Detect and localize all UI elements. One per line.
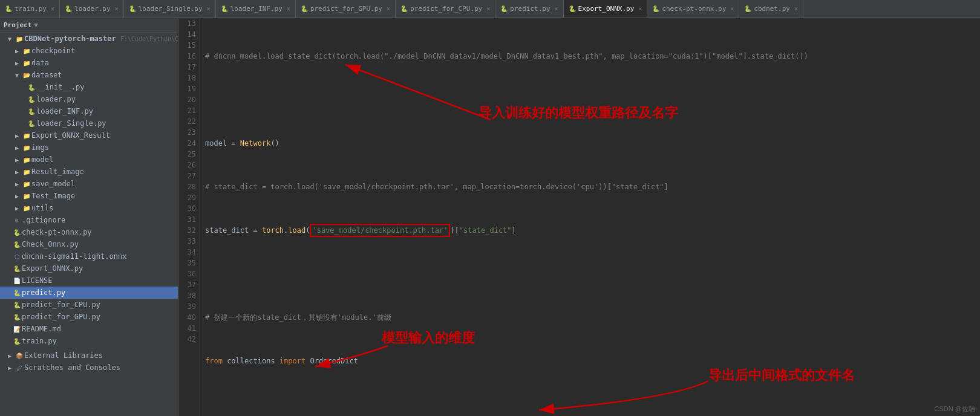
code-content[interactable]: # dncnn_model.load_state_dict(torch.load… bbox=[200, 18, 980, 416]
tab-train-py[interactable]: 🐍 train.py × bbox=[0, 0, 60, 18]
license-icon: 📄 bbox=[12, 276, 22, 285]
sidebar-item-export-onnx[interactable]: 🐍 Export_ONNX.py bbox=[0, 262, 178, 275]
sidebar-item-external-libraries[interactable]: 📦 External Libraries bbox=[0, 349, 178, 362]
loader-inf-icon: 🐍 bbox=[27, 106, 36, 116]
sidebar-item-dataset[interactable]: 📂 dataset bbox=[0, 69, 178, 81]
sidebar-item-check-onnx[interactable]: 🐍 Check_Onnx.py bbox=[0, 238, 178, 250]
data-arrow-icon bbox=[12, 58, 22, 68]
sidebar-item-predict[interactable]: 🐍 predict.py bbox=[0, 287, 178, 299]
sidebar-item-data[interactable]: 📁 data bbox=[0, 57, 178, 69]
code-area[interactable]: 13 14 15 16 17 18 19 20 21 22 23 24 25 2… bbox=[178, 18, 980, 416]
root-label: CBDNet-pytorch-master F:\Code\Python\C bbox=[24, 34, 178, 43]
project-label: Project bbox=[4, 21, 31, 29]
tab-export-onnx-py[interactable]: 🐍 Export_ONNX.py × bbox=[564, 0, 648, 18]
scratches-arrow-icon bbox=[5, 363, 15, 372]
predict-cpu-icon: 🐍 bbox=[12, 300, 22, 310]
data-folder-icon: 📁 bbox=[22, 58, 31, 68]
predict-gpu-icon: 🐍 bbox=[12, 312, 22, 322]
save-model-arrow-icon bbox=[12, 179, 22, 189]
sidebar-item-onnx-model[interactable]: ⬡ dncnn-sigma11-light.onnx bbox=[0, 250, 178, 262]
imgs-folder-icon: 📁 bbox=[22, 143, 31, 152]
annotation-output-file: 导出后中间格式的文件名 bbox=[708, 370, 855, 381]
code-line-17: state_dict = torch.load('save_model/chec… bbox=[205, 225, 980, 236]
code-line-13: # dncnn_model.load_state_dict(torch.load… bbox=[205, 51, 980, 62]
sidebar-item-save-model[interactable]: 📁 save_model bbox=[0, 178, 178, 190]
watermark: CSDN @佐聃 bbox=[935, 405, 975, 414]
model-arrow-icon bbox=[12, 155, 22, 164]
tab-predict-gpu-py[interactable]: 🐍 predict_for_GPU.py × bbox=[296, 0, 396, 18]
check-pt-onnx-icon: 🐍 bbox=[12, 227, 22, 237]
train-icon: 🐍 bbox=[12, 336, 22, 346]
sidebar-item-loader-single-py[interactable]: 🐍 loader_Single.py bbox=[0, 117, 178, 129]
loader-py-icon: 🐍 bbox=[27, 94, 36, 104]
sidebar-header: Project ▼ bbox=[0, 18, 178, 33]
code-line-15: model = Network() bbox=[205, 138, 980, 149]
tab-bar: 🐍 train.py × 🐍 loader.py × 🐍 loader_Sing… bbox=[0, 0, 980, 18]
dataset-arrow-icon bbox=[12, 70, 22, 80]
code-line-21 bbox=[205, 399, 980, 410]
result-image-arrow-icon bbox=[12, 167, 22, 177]
line-numbers: 13 14 15 16 17 18 19 20 21 22 23 24 25 2… bbox=[178, 18, 200, 416]
code-line-16: # state_dict = torch.load('save_model/ch… bbox=[205, 181, 980, 192]
sidebar-item-loader-inf-py[interactable]: 🐍 loader_INF.py bbox=[0, 105, 178, 117]
checkpoint-arrow-icon bbox=[12, 46, 22, 56]
ext-lib-arrow-icon bbox=[5, 351, 15, 360]
ext-lib-icon: 📦 bbox=[15, 351, 24, 360]
imgs-arrow-icon bbox=[12, 143, 22, 152]
gitignore-icon: ⚙ bbox=[12, 215, 22, 225]
utils-arrow-icon bbox=[12, 203, 22, 213]
code-line-18 bbox=[205, 268, 980, 279]
sidebar: Project ▼ 📁 CBDNet-pytorch-master F:\Cod… bbox=[0, 18, 178, 416]
dataset-folder-icon: 📂 bbox=[22, 70, 31, 80]
onnx-icon: ⬡ bbox=[12, 252, 22, 261]
sidebar-item-gitignore[interactable]: ⚙ .gitignore bbox=[0, 214, 178, 226]
sidebar-item-root[interactable]: 📁 CBDNet-pytorch-master F:\Code\Python\C bbox=[0, 33, 178, 45]
sidebar-item-scratches[interactable]: 🖊 Scratches and Consoles bbox=[0, 362, 178, 374]
code-line-20: from collections import OrderedDict bbox=[205, 356, 980, 366]
predict-icon: 🐍 bbox=[12, 288, 22, 297]
root-folder-icon: 📁 bbox=[15, 34, 24, 44]
tab-loader-py[interactable]: 🐍 loader.py × bbox=[60, 0, 124, 18]
main-layout: Project ▼ 📁 CBDNet-pytorch-master F:\Cod… bbox=[0, 18, 980, 416]
save-model-folder-icon: 📁 bbox=[22, 179, 31, 189]
init-py-icon: 🐍 bbox=[27, 82, 36, 92]
annotation-model-path: 导入训练好的模型权重路径及名字 bbox=[479, 108, 678, 119]
sidebar-item-train[interactable]: 🐍 train.py bbox=[0, 335, 178, 347]
sidebar-item-imgs[interactable]: 📁 imgs bbox=[0, 141, 178, 154]
sidebar-item-checkpoint[interactable]: 📁 checkpoint bbox=[0, 45, 178, 57]
tab-predict-py[interactable]: 🐍 predict.py × bbox=[495, 0, 563, 18]
tab-predict-cpu-py[interactable]: 🐍 predict_for_CPU.py × bbox=[396, 0, 495, 18]
editor: 13 14 15 16 17 18 19 20 21 22 23 24 25 2… bbox=[178, 18, 980, 416]
sidebar-item-loader-py[interactable]: 🐍 loader.py bbox=[0, 93, 178, 105]
sidebar-item-utils[interactable]: 📁 utils bbox=[0, 202, 178, 214]
tab-cbdnet-py[interactable]: 🐍 cbdnet.py × bbox=[739, 0, 803, 18]
tab-loader-inf-py[interactable]: 🐍 loader_INF.py × bbox=[216, 0, 296, 18]
checkpoint-folder-icon: 📁 bbox=[22, 46, 31, 56]
sidebar-item-model[interactable]: 📁 model bbox=[0, 154, 178, 166]
export-result-folder-icon: 📁 bbox=[22, 131, 31, 140]
result-image-folder-icon: 📁 bbox=[22, 167, 31, 177]
annotation-input-dim: 模型输入的维度 bbox=[382, 333, 475, 343]
tab-check-pt-onnx-py[interactable]: 🐍 check-pt-onnx.py × bbox=[647, 0, 739, 18]
sidebar-item-export-result[interactable]: 📁 Export_ONNX_Result bbox=[0, 129, 178, 141]
test-image-arrow-icon bbox=[12, 191, 22, 201]
readme-icon: 📝 bbox=[12, 324, 22, 334]
code-line-14 bbox=[205, 94, 980, 105]
test-image-folder-icon: 📁 bbox=[22, 191, 31, 201]
export-onnx-icon: 🐍 bbox=[12, 264, 22, 273]
sidebar-item-readme[interactable]: 📝 README.md bbox=[0, 323, 178, 335]
sidebar-item-test-image[interactable]: 📁 Test_Image bbox=[0, 190, 178, 202]
tab-loader-single-py[interactable]: 🐍 loader_Single.py × bbox=[124, 0, 216, 18]
scratches-icon: 🖊 bbox=[15, 363, 24, 372]
root-arrow-icon bbox=[5, 34, 15, 44]
sidebar-item-result-image[interactable]: 📁 Result_image bbox=[0, 166, 178, 178]
sidebar-item-init-py[interactable]: 🐍 __init__.py bbox=[0, 81, 178, 93]
loader-single-icon: 🐍 bbox=[27, 119, 36, 128]
sidebar-item-check-pt-onnx[interactable]: 🐍 check-pt-onnx.py bbox=[0, 226, 178, 238]
code-line-19: # 创建一个新的state_dict，其键没有'module.'前缀 bbox=[205, 312, 980, 323]
sidebar-item-license[interactable]: 📄 LICENSE bbox=[0, 275, 178, 287]
model-folder-icon: 📁 bbox=[22, 155, 31, 164]
check-onnx-icon: 🐍 bbox=[12, 239, 22, 249]
sidebar-item-predict-cpu[interactable]: 🐍 predict_for_CPU.py bbox=[0, 299, 178, 311]
sidebar-item-predict-gpu[interactable]: 🐍 predict_for_GPU.py bbox=[0, 311, 178, 323]
